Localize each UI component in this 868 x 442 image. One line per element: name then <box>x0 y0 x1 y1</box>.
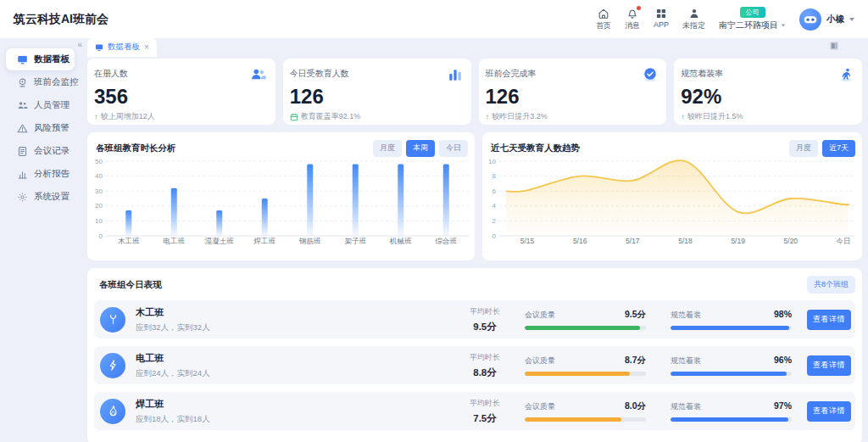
duration-metric: 平均时长8.8分 <box>466 352 504 379</box>
chart-btn-月度[interactable]: 月度 <box>789 140 818 157</box>
bar-架子班 <box>353 165 359 236</box>
record-icon <box>17 146 28 157</box>
chart-btn-本周[interactable]: 本周 <box>406 140 435 157</box>
bar-机械班 <box>398 165 403 236</box>
alert-icon <box>17 123 28 134</box>
svg-text:综合班: 综合班 <box>436 237 458 245</box>
sidebar-item-1[interactable]: 班前会监控 <box>6 71 75 93</box>
org-selector[interactable]: 公司 南宁二环路项目 <box>719 7 786 31</box>
svg-text:焊工班: 焊工班 <box>253 237 276 245</box>
sidebar-item-3[interactable]: 风险预警 <box>6 117 75 139</box>
sidebar-item-label: 分析报告 <box>34 168 70 180</box>
svg-text:10: 10 <box>95 217 103 225</box>
org-name: 南宁二环路项目 <box>719 20 778 31</box>
view-details-button[interactable]: 查看详情 <box>807 310 851 330</box>
svg-text:5/15: 5/15 <box>520 237 535 245</box>
stat-card-2: 班前会完成率126↑较昨日提升3.2% <box>479 59 667 125</box>
dashboard-icon <box>17 54 28 65</box>
tab-数据看板[interactable]: 数据看板× <box>87 38 157 57</box>
nav-label: 未指定 <box>682 20 705 31</box>
svg-text:6: 6 <box>492 187 497 195</box>
quality-metric: 会议质量8.0分 <box>525 400 646 422</box>
teams-count-badge[interactable]: 共8个班组 <box>807 276 855 294</box>
bar-综合班 <box>443 165 449 236</box>
team-name: 电工班 <box>136 352 210 365</box>
user-menu[interactable]: 小橡 <box>799 8 854 31</box>
settings-icon <box>17 192 28 203</box>
person-icon <box>688 7 700 20</box>
line-chart: 02468105/155/165/175/185/195/20今日 <box>482 157 861 246</box>
team-row-2: 焊工班应到18人，实到18人平均时长7.5分会议质量8.0分规范着装97%查看详… <box>94 392 855 430</box>
barchart-stat-icon <box>448 67 463 82</box>
stat-value: 92% <box>681 87 854 107</box>
duration-metric: 平均时长9.5分 <box>466 306 504 333</box>
sidebar-item-label: 数据看板 <box>34 53 70 65</box>
svg-text:40: 40 <box>95 172 103 180</box>
sidebar-item-5[interactable]: 分析报告 <box>6 163 75 185</box>
stats-row: 在册人数356↑较上周增加12人今日受教育人数126教育覆盖率92.1%班前会完… <box>87 59 862 125</box>
stat-value: 126 <box>290 87 463 107</box>
view-details-button[interactable]: 查看详情 <box>807 355 851 376</box>
dress-bar <box>670 372 792 376</box>
tab-close-icon[interactable]: × <box>144 42 149 52</box>
dashboard-icon <box>95 43 103 52</box>
sidebar-item-0[interactable]: 数据看板 <box>6 48 75 70</box>
stat-label: 班前会完成率 <box>486 67 537 80</box>
sidebar-item-2[interactable]: 人员管理 <box>6 94 75 116</box>
svg-text:5/19: 5/19 <box>731 237 745 245</box>
sidebar-item-6[interactable]: 系统设置 <box>6 186 75 208</box>
nav-apps[interactable]: APP <box>654 7 669 31</box>
sidebar-item-label: 风险预警 <box>34 122 70 134</box>
stat-label: 在册人数 <box>94 67 128 80</box>
nav-home[interactable]: 首页 <box>596 7 611 31</box>
stat-sub: ↑较昨日提升3.2% <box>486 111 659 122</box>
chart-btn-月度[interactable]: 月度 <box>373 140 402 157</box>
nav-messages[interactable]: 消息 <box>625 7 640 31</box>
line-chart-title: 近七天受教育人数趋势 <box>491 143 580 154</box>
monitor-cam-icon <box>17 77 28 88</box>
stat-card-1: 今日受教育人数126教育覆盖率92.1% <box>283 59 471 125</box>
chart-btn-近7天[interactable]: 近7天 <box>822 140 855 157</box>
stat-sub: 教育覆盖率92.1% <box>290 111 463 122</box>
stat-label: 规范着装率 <box>681 67 723 80</box>
team-attendance: 应到32人，实到32人 <box>136 322 210 333</box>
sidebar-item-label: 班前会监控 <box>34 76 79 88</box>
bar-chart-title: 各班组教育时长分析 <box>96 143 176 154</box>
tab-label: 数据看板 <box>108 42 140 53</box>
org-tag: 公司 <box>740 7 765 18</box>
duration-value: 9.5分 <box>466 321 504 333</box>
quality-metric: 会议质量8.7分 <box>525 355 646 376</box>
svg-text:0: 0 <box>492 232 497 240</box>
sidebar-collapse-icon[interactable]: « <box>77 40 82 49</box>
app-header: 筑云科技AI班前会 首页消息APP未指定 公司 南宁二环路项目 小橡 <box>0 0 868 38</box>
dress-bar <box>670 417 792 422</box>
wrench-icon <box>100 307 125 333</box>
chevron-down-icon <box>782 25 785 27</box>
duration-metric: 平均时长7.5分 <box>466 398 504 425</box>
team-attendance: 应到18人，实到18人 <box>136 414 210 425</box>
svg-text:混凝土班: 混凝土班 <box>205 237 235 245</box>
teams-panel: 各班组今日表现 共8个班组 木工班应到32人，实到32人平均时长9.5分会议质量… <box>87 268 862 442</box>
charts-row: 各班组教育时长分析月度本周今日01020304050木工班电工班混凝土班焊工班钢… <box>87 132 862 260</box>
arrow-up-icon: ↑ <box>681 112 685 121</box>
tab-options-icon[interactable] <box>829 39 839 57</box>
sidebar-item-label: 会议记录 <box>34 145 70 157</box>
sidebar-item-4[interactable]: 会议记录 <box>6 140 75 162</box>
header-right: 首页消息APP未指定 公司 南宁二环路项目 小橡 <box>596 7 854 31</box>
notification-dot <box>637 6 641 10</box>
line-chart-card: 近七天受教育人数趋势月度近7天02468105/155/165/175/185/… <box>482 132 862 260</box>
dress-metric: 规范着装97% <box>670 400 792 422</box>
arrow-up-icon: ↑ <box>486 112 490 121</box>
app-title: 筑云科技AI班前会 <box>14 12 108 27</box>
svg-text:5/17: 5/17 <box>626 237 640 245</box>
user-name: 小橡 <box>826 14 844 25</box>
svg-text:今日: 今日 <box>837 237 851 245</box>
sidebar-item-label: 系统设置 <box>34 191 70 203</box>
quality-bar <box>525 417 646 422</box>
chart-btn-今日[interactable]: 今日 <box>439 140 468 157</box>
nav-unassigned[interactable]: 未指定 <box>682 7 705 31</box>
stat-sub: ↑较昨日提升1.5% <box>681 111 854 122</box>
bar-chart-body: 01020304050木工班电工班混凝土班焊工班钢筋班架子班机械班综合班 <box>87 157 475 260</box>
bell-icon <box>626 7 638 20</box>
view-details-button[interactable]: 查看详情 <box>807 401 851 422</box>
